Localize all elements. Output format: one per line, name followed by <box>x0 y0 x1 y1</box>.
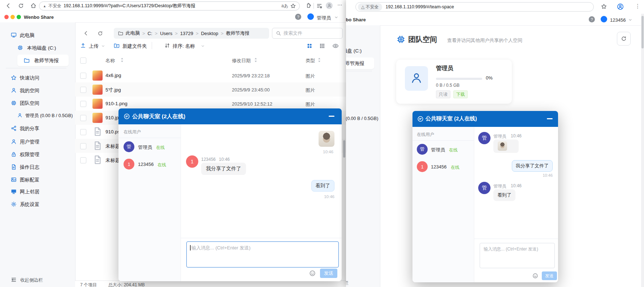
row-checkbox[interactable] <box>80 157 86 163</box>
sidebar-item-user-management[interactable]: 用户管理 <box>346 139 380 150</box>
sidebar-item-admin-space[interactable]: 管理员 (0.00 B / 0.5GB) <box>346 113 380 124</box>
doc-file-icon <box>93 155 102 164</box>
row-checkbox[interactable] <box>80 129 86 135</box>
dense-grid-view-icon[interactable] <box>319 43 325 49</box>
screen: ▲ 不安全 192.168.1.110:9999/#/?path=C:/User… <box>0 0 644 287</box>
help-icon[interactable]: ? <box>295 14 301 20</box>
column-header-date[interactable]: 修改日期 <box>232 57 251 64</box>
sidebar-item-user-management[interactable]: 用户管理 <box>0 136 75 147</box>
image-message-bubble[interactable] <box>493 140 519 153</box>
sidebar-item-this-pc[interactable]: 此电脑 <box>346 33 380 43</box>
home-icon[interactable] <box>30 3 36 9</box>
refresh-page-button[interactable] <box>617 32 631 46</box>
sidebar-item-my-space[interactable]: 我的空间 <box>346 88 380 99</box>
sidebar-item-operation-log[interactable]: 操作日志 <box>0 162 75 172</box>
row-checkbox[interactable] <box>80 87 86 93</box>
table-row[interactable]: 4x6.jpg 2025/9/9 23:22:18 图片 <box>75 68 346 82</box>
user-avatar-dot[interactable] <box>307 13 314 20</box>
row-checkbox[interactable] <box>80 115 86 121</box>
sidebar-item-icon-config[interactable]: 图标配置 <box>0 174 75 185</box>
sent-image-message[interactable] <box>319 131 334 147</box>
sidebar-item-local-disk[interactable]: 本地磁盘 (C:) <box>346 45 380 56</box>
maximize-traffic-light[interactable] <box>17 15 21 19</box>
favorites-bar-icon[interactable] <box>316 3 322 9</box>
refresh-icon[interactable] <box>18 3 24 9</box>
breadcrumb-item-teacher-poster[interactable]: 教师节海报 <box>226 30 250 37</box>
minimize-traffic-light[interactable] <box>10 15 15 19</box>
chevron-down-icon[interactable] <box>334 15 338 20</box>
user-space-card[interactable]: 管理员 0% 0 B / 0.5 GB 只读 下载 <box>396 60 512 104</box>
scrollbar-thumb[interactable] <box>641 16 644 48</box>
sidebar-item-network-neighbors[interactable]: 网上邻居 <box>346 189 380 200</box>
sidebar-item-my-shares[interactable]: 我的分享 <box>346 126 380 137</box>
scrollbar-thumb[interactable] <box>343 140 345 158</box>
sidebar-item-team-space[interactable]: 团队空间 <box>346 100 380 111</box>
user-menu[interactable]: 管理员 <box>317 15 331 21</box>
sidebar-item-system-settings[interactable]: 系统设置 <box>0 199 75 210</box>
collapse-sidebar-button[interactable]: 收起侧边栏 <box>0 275 75 286</box>
message-input[interactable]: 输入消息... (Ctrl+Enter 发送) <box>480 243 555 268</box>
row-checkbox[interactable] <box>80 101 86 107</box>
help-icon[interactable]: ? <box>589 16 595 22</box>
select-all-checkbox[interactable] <box>80 57 86 64</box>
sidebar-item-network-neighbors[interactable]: 网上邻居 <box>0 186 75 197</box>
extensions-puzzle-icon[interactable] <box>306 3 311 9</box>
emoji-smile-icon[interactable] <box>309 270 316 277</box>
user-avatar-dot[interactable] <box>601 16 607 22</box>
browser-profile-avatar[interactable] <box>326 2 333 9</box>
breadcrumb-item-desktop[interactable]: Desktop <box>201 31 218 36</box>
bookmark-star-icon[interactable] <box>290 3 296 9</box>
sidebar-item-local-disk[interactable]: 本地磁盘 (C:) <box>0 42 75 53</box>
sidebar-item-teacher-poster[interactable]: 教师节海报 <box>346 58 380 69</box>
sidebar-item-quick-access[interactable]: 快速访问 <box>346 75 380 86</box>
user-menu[interactable]: 123456 <box>610 17 626 23</box>
address-bar[interactable]: △ 不安全 192.168.1.110:9999/#/team-space <box>355 2 594 12</box>
sidebar-item-quick-access[interactable]: 快速访问 <box>0 72 75 83</box>
send-button[interactable]: 发送 <box>542 271 557 280</box>
sidebar-item-system-settings[interactable]: 系统设置 <box>346 202 380 213</box>
security-chip[interactable]: △ 不安全 <box>358 3 382 11</box>
sidebar-item-team-space[interactable]: 团队空间 <box>0 98 75 108</box>
row-checkbox[interactable] <box>80 143 86 149</box>
doc-file-icon <box>93 141 102 150</box>
profile-person-circle-icon[interactable] <box>617 3 624 10</box>
translate-icon[interactable]: aあ <box>281 3 288 9</box>
grid-view-icon[interactable] <box>307 43 312 49</box>
search-input[interactable]: 搜索文件 <box>272 28 343 39</box>
sidebar-item-icon-config[interactable]: 图标配置 <box>346 177 380 188</box>
breadcrumb-item-c[interactable]: C: <box>148 31 152 36</box>
browser-menu-icon[interactable]: ⋯ <box>337 2 342 8</box>
close-traffic-light[interactable] <box>4 15 9 19</box>
table-row[interactable]: 5寸.jpg 2025/9/9 23:45:00 图片 <box>75 82 346 97</box>
back-icon[interactable] <box>5 3 12 9</box>
minimize-icon[interactable] <box>547 118 553 119</box>
sidebar-divider <box>6 68 66 68</box>
preview-eye-icon[interactable] <box>332 43 339 49</box>
browser-menu-icon[interactable]: ⋮ <box>635 3 640 9</box>
nav-back-icon[interactable] <box>83 30 89 36</box>
send-button[interactable]: 发送 <box>320 269 337 278</box>
column-header-type[interactable]: 类型 <box>306 57 315 64</box>
sidebar-item-my-shares[interactable]: 我的分享 <box>0 123 75 134</box>
emoji-smile-icon[interactable] <box>532 273 538 279</box>
chevron-down-icon[interactable] <box>628 18 632 22</box>
sidebar-item-permissions[interactable]: 权限管理 <box>346 152 380 163</box>
sidebar-item-permissions[interactable]: 权限管理 <box>0 149 75 160</box>
row-checkbox[interactable] <box>80 73 86 79</box>
breadcrumb-item-13729[interactable]: 13729 <box>180 31 193 36</box>
scrollbar-track[interactable] <box>641 14 644 287</box>
sidebar-item-this-pc[interactable]: 此电脑 <box>0 30 75 40</box>
breadcrumb-item-users[interactable]: Users <box>160 31 172 36</box>
sidebar-item-admin-space[interactable]: 管理员 (0.00 B / 0.5GB) <box>0 110 75 121</box>
sidebar-item-my-space[interactable]: 我的空间 <box>0 85 75 96</box>
nav-refresh-icon[interactable] <box>98 31 103 36</box>
sidebar-item-operation-log[interactable]: 操作日志 <box>346 164 380 175</box>
collapse-sidebar-button[interactable]: 收起侧边栏 <box>346 278 380 287</box>
bookmark-star-icon[interactable] <box>601 4 607 9</box>
message-input[interactable]: 输入消息... (Ctrl+Enter 发送) <box>186 241 339 267</box>
address-bar[interactable]: ▲ 不安全 192.168.1.110:9999/#/?path=C:/User… <box>39 1 300 10</box>
breadcrumb-item-this-pc[interactable]: 此电脑 <box>126 30 140 37</box>
sidebar-item-teacher-poster[interactable]: 教师节海报 <box>0 55 75 66</box>
column-header-name[interactable]: 名称 <box>105 57 115 64</box>
minimize-icon[interactable] <box>329 116 334 117</box>
